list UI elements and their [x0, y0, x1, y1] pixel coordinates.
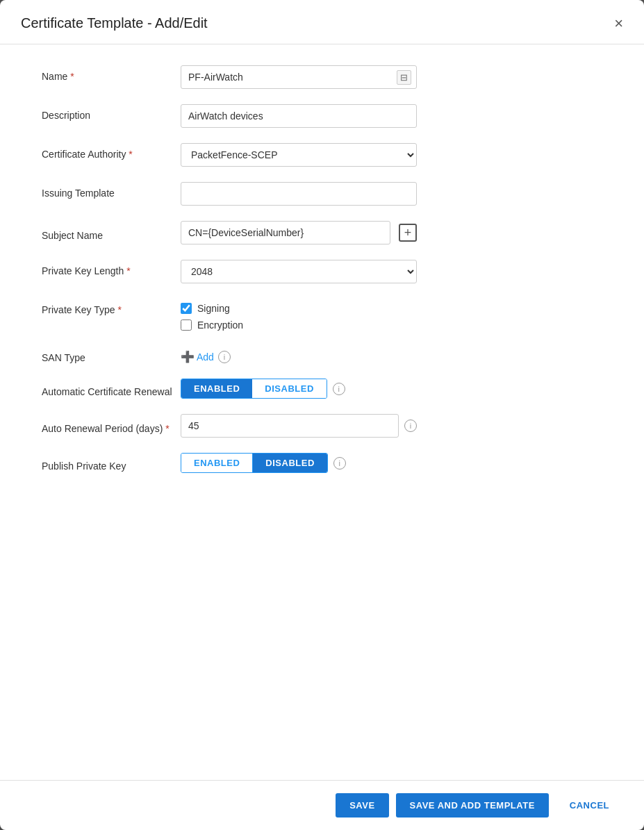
modal-body: Name * ⊟ Description Certificate Authori… [0, 44, 644, 780]
auto-cert-renewal-toggle: ENABLED DISABLED [181, 379, 327, 399]
description-label: Description [42, 104, 181, 121]
san-type-row: SAN Type ➕ Add i [42, 346, 616, 363]
publish-private-key-row: Publish Private Key ENABLED DISABLED i [42, 453, 616, 473]
san-type-label: SAN Type [42, 347, 181, 363]
private-key-type-field-container: Signing Encryption [181, 299, 417, 331]
auto-renewal-info-icon: i [404, 420, 417, 432]
subject-name-row: Subject Name + [42, 221, 616, 244]
ppk-disabled-button[interactable]: DISABLED [253, 454, 327, 472]
acr-disabled-button[interactable]: DISABLED [252, 379, 326, 398]
add-circle-icon: ➕ [181, 350, 195, 363]
modal-header: Certificate Template - Add/Edit × [0, 0, 644, 44]
cert-authority-field-container: PacketFence-SCEP [181, 143, 417, 167]
ppk-info-icon: i [333, 457, 346, 470]
publish-private-key-toggle: ENABLED DISABLED [181, 453, 328, 473]
encryption-label: Encryption [197, 319, 243, 331]
subject-name-field-container: + [181, 221, 417, 244]
signing-label: Signing [197, 303, 230, 314]
publish-private-key-label: Publish Private Key [42, 455, 181, 472]
issuing-template-field-container [181, 182, 417, 206]
save-button[interactable]: SAVE [336, 793, 388, 817]
publish-private-key-field-container: ENABLED DISABLED i [181, 453, 417, 473]
encryption-checkbox[interactable] [181, 319, 192, 331]
auto-renewal-period-row: Auto Renewal Period (days) * i [42, 414, 616, 438]
private-key-type-row: Private Key Type * Signing Encryption [42, 299, 616, 331]
auto-renewal-period-field-container: i [181, 414, 417, 438]
description-row: Description [42, 104, 616, 128]
private-key-type-label: Private Key Type * [42, 299, 181, 315]
auto-cert-renewal-row: Automatic Certificate Renewal ENABLED DI… [42, 379, 616, 399]
san-type-info-icon: i [218, 351, 231, 363]
issuing-template-input[interactable] [181, 182, 417, 206]
auto-cert-renewal-field-container: ENABLED DISABLED i [181, 379, 417, 399]
modal-dialog: Certificate Template - Add/Edit × Name *… [0, 0, 644, 830]
private-key-length-field-container: 2048 1024 4096 [181, 260, 417, 283]
subject-name-label: Subject Name [42, 224, 181, 241]
private-key-length-row: Private Key Length * 2048 1024 4096 [42, 260, 616, 283]
auto-renewal-period-label: Auto Renewal Period (days) * [42, 417, 181, 434]
issuing-template-label: Issuing Template [42, 182, 181, 199]
save-and-add-button[interactable]: SAVE AND ADD TEMPLATE [396, 793, 549, 817]
subject-name-add-button[interactable]: + [399, 224, 417, 242]
encryption-checkbox-item[interactable]: Encryption [181, 319, 417, 331]
private-key-length-label: Private Key Length * [42, 260, 181, 276]
signing-checkbox[interactable] [181, 303, 192, 314]
name-row: Name * ⊟ [42, 65, 616, 89]
description-input[interactable] [181, 104, 417, 128]
cancel-button[interactable]: CANCEL [556, 793, 623, 817]
cert-authority-label: Certificate Authority * [42, 143, 181, 160]
name-label: Name * [42, 65, 181, 82]
name-icon[interactable]: ⊟ [397, 70, 411, 85]
san-add-button[interactable]: ➕ Add [181, 350, 214, 363]
cert-authority-select[interactable]: PacketFence-SCEP [181, 143, 417, 167]
acr-info-icon: i [333, 383, 345, 395]
issuing-template-row: Issuing Template [42, 182, 616, 206]
auto-renewal-period-input[interactable] [181, 414, 399, 438]
signing-checkbox-item[interactable]: Signing [181, 303, 417, 314]
close-button[interactable]: × [614, 16, 623, 31]
name-field-container: ⊟ [181, 65, 417, 89]
acr-enabled-button[interactable]: ENABLED [181, 379, 252, 398]
description-field-container [181, 104, 417, 128]
ppk-enabled-button[interactable]: ENABLED [181, 454, 253, 472]
modal-footer: SAVE SAVE AND ADD TEMPLATE CANCEL [0, 780, 644, 830]
auto-cert-renewal-label: Automatic Certificate Renewal [42, 381, 181, 397]
san-type-field-container: ➕ Add i [181, 346, 417, 363]
private-key-length-select[interactable]: 2048 1024 4096 [181, 260, 417, 283]
modal-title: Certificate Template - Add/Edit [21, 15, 208, 31]
cert-authority-row: Certificate Authority * PacketFence-SCEP [42, 143, 616, 167]
subject-name-input[interactable] [181, 221, 390, 244]
name-input[interactable] [181, 65, 417, 89]
